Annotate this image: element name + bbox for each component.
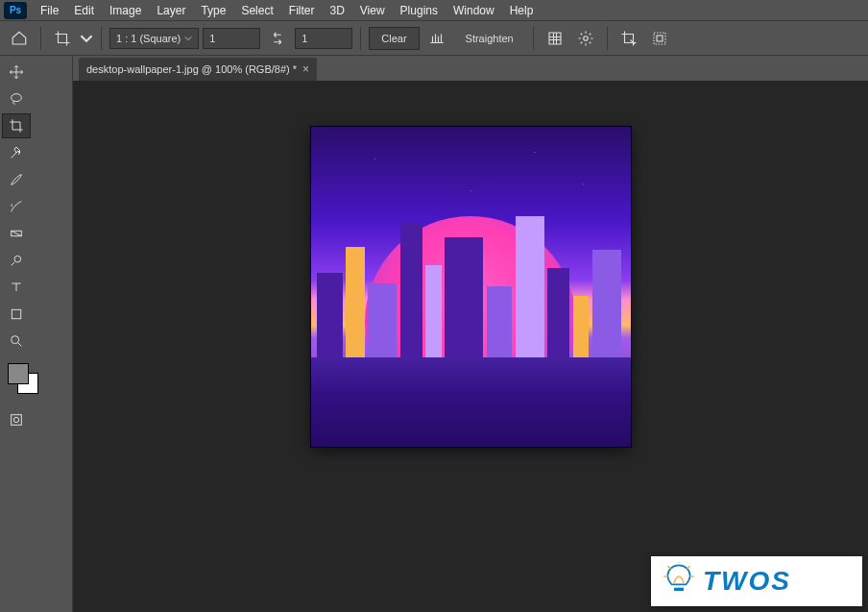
svg-point-16: [13, 417, 18, 422]
separator: [40, 27, 41, 50]
menu-image[interactable]: Image: [102, 2, 149, 19]
menu-file[interactable]: File: [33, 2, 66, 19]
menu-bar: Ps File Edit Image Layer Type Select Fil…: [0, 0, 868, 21]
document-tab[interactable]: desktop-wallpaper-1.jpg @ 100% (RGB/8#) …: [79, 58, 317, 81]
image-skyline: [311, 204, 631, 357]
app-logo: Ps: [4, 2, 27, 19]
delete-cropped-button[interactable]: [615, 25, 642, 52]
lightbulb-icon: [663, 562, 695, 600]
straighten-button[interactable]: Straighten: [454, 27, 525, 50]
collapsed-panel-dock[interactable]: [36, 56, 73, 612]
clear-button[interactable]: Clear: [369, 27, 419, 50]
watermark-text: TWOS: [703, 566, 791, 597]
lasso-tool[interactable]: [2, 86, 31, 111]
crop-tool[interactable]: [2, 113, 31, 138]
workspace: desktop-wallpaper-1.jpg @ 100% (RGB/8#) …: [0, 56, 868, 612]
menu-select[interactable]: Select: [233, 2, 280, 19]
options-bar: 1 : 1 (Square) 1 1 Clear Straighten: [0, 21, 868, 56]
svg-point-0: [583, 36, 588, 40]
menu-edit[interactable]: Edit: [66, 2, 102, 19]
crop-height-input[interactable]: 1: [295, 28, 352, 49]
svg-point-9: [14, 256, 21, 262]
move-tool[interactable]: [2, 60, 31, 85]
crop-width-input[interactable]: 1: [203, 28, 260, 49]
overlay-grid-button[interactable]: [542, 25, 568, 52]
menu-window[interactable]: Window: [446, 2, 502, 19]
history-brush-tool[interactable]: [2, 194, 31, 219]
content-aware-fill-button[interactable]: [646, 25, 673, 52]
type-tool[interactable]: [2, 275, 31, 300]
menu-help[interactable]: Help: [502, 2, 542, 19]
menu-layer[interactable]: Layer: [149, 2, 193, 19]
tool-preset-dropdown[interactable]: [80, 25, 93, 52]
menu-plugins[interactable]: Plugins: [393, 2, 446, 19]
document-image[interactable]: [311, 127, 631, 447]
menu-3d[interactable]: 3D: [322, 2, 351, 19]
document-area: desktop-wallpaper-1.jpg @ 100% (RGB/8#) …: [73, 56, 868, 612]
straighten-icon[interactable]: [423, 25, 450, 52]
foreground-color-swatch[interactable]: [8, 363, 29, 384]
aspect-ratio-label: 1 : 1 (Square): [116, 33, 181, 44]
quick-mask-button[interactable]: [2, 407, 31, 432]
tools-panel: [0, 56, 36, 612]
gradient-tool[interactable]: [2, 221, 31, 246]
home-button[interactable]: [6, 25, 33, 52]
svg-rect-10: [12, 309, 20, 318]
close-tab-icon[interactable]: ×: [302, 62, 309, 76]
brush-tool[interactable]: [2, 167, 31, 192]
swap-dimensions-button[interactable]: [264, 25, 291, 52]
image-reflection: [311, 357, 631, 447]
color-swatches[interactable]: [8, 363, 44, 402]
separator: [101, 27, 102, 50]
shape-tool[interactable]: [2, 302, 31, 327]
watermark: TWOS: [651, 556, 862, 606]
separator: [360, 27, 361, 50]
crop-tool-icon[interactable]: [49, 25, 76, 52]
separator: [533, 27, 534, 50]
aspect-ratio-dropdown[interactable]: 1 : 1 (Square): [109, 28, 199, 49]
menu-filter[interactable]: Filter: [281, 2, 323, 19]
menu-view[interactable]: View: [352, 2, 393, 19]
document-tab-bar: desktop-wallpaper-1.jpg @ 100% (RGB/8#) …: [73, 56, 868, 81]
menu-type[interactable]: Type: [193, 2, 233, 19]
svg-rect-15: [12, 415, 22, 426]
svg-rect-2: [657, 36, 663, 41]
canvas-area[interactable]: [73, 81, 868, 612]
svg-point-4: [12, 94, 22, 102]
document-tab-title: desktop-wallpaper-1.jpg @ 100% (RGB/8#) …: [86, 63, 297, 75]
svg-point-11: [12, 336, 19, 344]
separator: [607, 27, 608, 50]
eyedropper-tool[interactable]: [2, 140, 31, 165]
crop-options-gear-icon[interactable]: [572, 25, 599, 52]
dodge-tool[interactable]: [2, 248, 31, 273]
zoom-tool[interactable]: [2, 329, 31, 354]
svg-rect-1: [654, 33, 665, 44]
